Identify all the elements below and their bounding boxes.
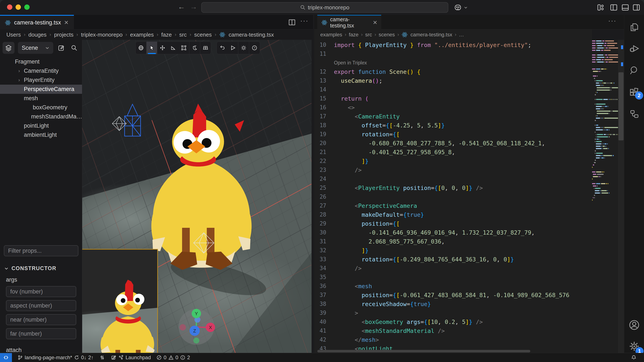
code-line-28[interactable]: 28 makeDefault={true} xyxy=(314,210,592,219)
code-line-20[interactable]: 20 -0.680_678_408_277_788_5, -0.541_052_… xyxy=(314,139,592,148)
environment-button[interactable] xyxy=(189,42,200,54)
help-button[interactable]: ? xyxy=(249,42,260,54)
breadcrumb-item[interactable]: src xyxy=(179,31,187,38)
tree-item-ambientlight[interactable]: ambientLight xyxy=(0,130,82,140)
tree-item-meshstandardma[interactable]: meshStandardMa… xyxy=(0,112,82,121)
layout-blocks-icon[interactable] xyxy=(596,3,605,12)
code-line-18[interactable]: 18 offset={[-4.25, 5, 5.5]} xyxy=(314,121,592,130)
code-lens[interactable]: Open in Triplex xyxy=(314,58,592,67)
code-line-25[interactable]: 25 <PlayerEntity position={[0, 0, 0]} /> xyxy=(314,183,592,192)
filter-props-input[interactable]: Filter props... xyxy=(4,245,78,256)
breadcrumb-item[interactable]: projects xyxy=(54,31,74,38)
code-line-22[interactable]: 22 ]} xyxy=(314,157,592,166)
viewport-3d[interactable]: Y X Z xyxy=(82,40,312,353)
tab-camera-testing[interactable]: camera-testing.tsx ✕ xyxy=(0,15,74,29)
breadcrumb-item[interactable]: src xyxy=(365,32,372,38)
split-left-icon[interactable] xyxy=(610,3,618,12)
breadcrumb-item[interactable]: examples xyxy=(130,31,154,38)
code-line-23[interactable]: 23 /> xyxy=(314,166,592,175)
tree-item-cameraentity[interactable]: ›CameraEntity xyxy=(0,66,82,75)
code-line-26[interactable]: 26 xyxy=(314,192,592,201)
tree-item-pointlight[interactable]: pointLight xyxy=(0,121,82,130)
arg-input-far[interactable]: far (number) xyxy=(6,328,76,339)
play-button[interactable] xyxy=(228,42,238,54)
code-line-34[interactable]: 34 /> xyxy=(314,264,592,273)
select-tool-button[interactable] xyxy=(146,42,157,54)
assistant-menu-button[interactable] xyxy=(454,3,468,12)
code-lens-label[interactable]: Open in Triplex xyxy=(314,60,367,66)
section-constructor[interactable]: CONSTRUCTOR xyxy=(4,265,82,271)
code-line-36[interactable]: 36 <mesh xyxy=(314,282,592,291)
settings-button[interactable] xyxy=(238,42,249,54)
breadcrumb-item[interactable]: … xyxy=(459,32,464,38)
split-editor-icon[interactable] xyxy=(288,18,296,26)
code-line-24[interactable]: 24 xyxy=(314,175,592,183)
code-line-12[interactable]: 12export function Scene() { xyxy=(314,67,592,76)
search-scene-button[interactable] xyxy=(70,43,79,52)
close-tab-icon[interactable]: ✕ xyxy=(64,19,69,26)
breadcrumb-item[interactable]: examples xyxy=(320,32,342,38)
tree-item-playerentity[interactable]: ›PlayerEntity xyxy=(0,75,82,85)
code-line-14[interactable]: 14 xyxy=(314,85,592,94)
notifications-status[interactable] xyxy=(631,355,637,361)
close-tab-icon[interactable]: ✕ xyxy=(373,19,377,26)
code-line-35[interactable]: 35 xyxy=(314,273,592,282)
scale-tool-button[interactable] xyxy=(168,42,178,54)
code-line-29[interactable]: 29 position={[ xyxy=(314,219,592,228)
arg-input-aspect[interactable]: aspect (number) xyxy=(6,300,76,311)
chevron-right-icon[interactable]: › xyxy=(16,68,22,74)
breadcrumb-item[interactable]: camera-testing.tsx xyxy=(228,31,274,38)
code-line-40[interactable]: 40 <boxGeometry args={[10, 0.2, 5]} /> xyxy=(314,317,592,326)
code-line-10[interactable]: 10import { PlayerEntity } from "../entit… xyxy=(314,40,592,49)
code-line-42[interactable]: 42 </mesh> xyxy=(314,335,592,344)
breadcrumb-item[interactable]: camera-testing.tsx xyxy=(410,32,452,38)
scene-canvas[interactable]: Y X Z xyxy=(82,40,312,353)
code-line-11[interactable]: 11 xyxy=(314,49,592,58)
code-line-21[interactable]: 21 -0.401_425_727_958_695_8, xyxy=(314,148,592,157)
code-line-32[interactable]: 32 ]} xyxy=(314,246,592,255)
code-line-27[interactable]: 27 <PerspectiveCamera xyxy=(314,201,592,210)
code-line-38[interactable]: 38 receiveShadow={true} xyxy=(314,300,592,308)
split-right-icon[interactable] xyxy=(632,3,640,12)
scrollbar-thumb[interactable] xyxy=(618,72,624,140)
code-line-37[interactable]: 37 position={[-0.061_427_483_068_584_81,… xyxy=(314,291,592,300)
code-line-19[interactable]: 19 rotation={[ xyxy=(314,130,592,139)
transform-tool-button[interactable] xyxy=(178,42,189,54)
tree-item-mesh[interactable]: mesh xyxy=(0,94,82,103)
code-line-30[interactable]: 30 -0.141_646_936_469_016_94, 1.732_122_… xyxy=(314,228,592,237)
arg-input-near[interactable]: near (number) xyxy=(6,314,76,325)
breadcrumb-item[interactable]: Users xyxy=(6,31,21,38)
code-line-17[interactable]: 17 <CameraEntity xyxy=(314,112,592,121)
edit-scene-button[interactable] xyxy=(57,43,66,52)
remote-indicator[interactable] xyxy=(0,353,12,362)
manage-button[interactable]: 1 xyxy=(628,340,640,353)
translate-tool-button[interactable] xyxy=(157,42,168,54)
frame-panels-button[interactable] xyxy=(200,42,211,54)
tree-item-fragment[interactable]: Fragment xyxy=(0,57,82,66)
code-editor[interactable]: 10import { PlayerEntity } from "../entit… xyxy=(314,40,624,353)
world-space-button[interactable] xyxy=(136,42,146,54)
tree-item-boxgeometry[interactable]: boxGeometry xyxy=(0,103,82,112)
undo-button[interactable] xyxy=(217,42,228,54)
code-line-16[interactable]: 16 <> xyxy=(314,103,592,112)
editor-more-actions-icon[interactable]: ··· xyxy=(608,17,616,24)
extensions-button[interactable]: 2 xyxy=(628,85,640,98)
code-line-31[interactable]: 31 2.068_985_775_667_036, xyxy=(314,237,592,246)
launchpad-status[interactable]: Launchpad xyxy=(111,355,151,361)
branch-status[interactable]: landing-page-march* 0↓ 2↑ xyxy=(18,355,94,361)
problems-status[interactable]: 0 0 2 xyxy=(156,355,190,361)
split-bottom-icon[interactable] xyxy=(621,3,630,12)
code-line-15[interactable]: 15 return ( xyxy=(314,94,592,103)
zoom-window-button[interactable] xyxy=(24,4,30,10)
breadcrumb-item[interactable]: faze xyxy=(161,31,172,38)
editor-tab-camera-testing[interactable]: camera-testing.tsx ✕ xyxy=(317,15,381,29)
code-line-41[interactable]: 41 <meshStandardMaterial /> xyxy=(314,326,592,335)
account-button[interactable] xyxy=(628,319,640,331)
tuning-status[interactable] xyxy=(99,355,105,361)
tree-item-perspectivecamera[interactable]: PerspectiveCamera xyxy=(0,85,82,94)
breadcrumb-item[interactable]: douges xyxy=(28,31,46,38)
search-input[interactable]: triplex-monorepo xyxy=(201,2,448,13)
hierarchy-button[interactable] xyxy=(628,108,640,120)
code-line-13[interactable]: 13 useCamera(); xyxy=(314,76,592,85)
editor-scrollbar[interactable] xyxy=(618,40,624,353)
